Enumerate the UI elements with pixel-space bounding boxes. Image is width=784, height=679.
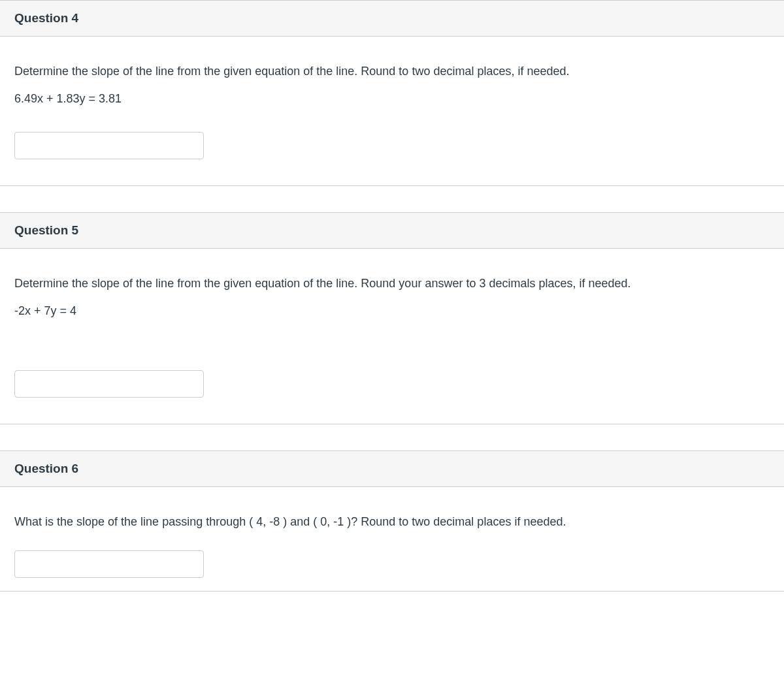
question-4-header: Question 4	[0, 1, 784, 37]
question-5-body: Determine the slope of the line from the…	[0, 249, 784, 424]
question-6-body: What is the slope of the line passing th…	[0, 487, 784, 591]
question-5-answer-input[interactable]	[14, 370, 204, 398]
question-6-prompt: What is the slope of the line passing th…	[14, 513, 770, 531]
question-5-prompt: Determine the slope of the line from the…	[14, 275, 770, 292]
question-5-equation: -2x + 7y = 4	[14, 304, 770, 318]
question-6-answer-input[interactable]	[14, 550, 204, 578]
question-4-title: Question 4	[14, 11, 770, 25]
question-4-equation: 6.49x + 1.83y = 3.81	[14, 92, 770, 106]
question-4-answer-input[interactable]	[14, 132, 204, 159]
question-4-body: Determine the slope of the line from the…	[0, 37, 784, 185]
question-6-title: Question 6	[14, 462, 770, 476]
question-6-header: Question 6	[0, 451, 784, 487]
question-5-title: Question 5	[14, 223, 770, 238]
question-5-block: Question 5 Determine the slope of the li…	[0, 212, 784, 424]
question-4-prompt: Determine the slope of the line from the…	[14, 63, 770, 80]
question-4-block: Question 4 Determine the slope of the li…	[0, 0, 784, 186]
question-5-header: Question 5	[0, 213, 784, 249]
question-6-block: Question 6 What is the slope of the line…	[0, 450, 784, 592]
